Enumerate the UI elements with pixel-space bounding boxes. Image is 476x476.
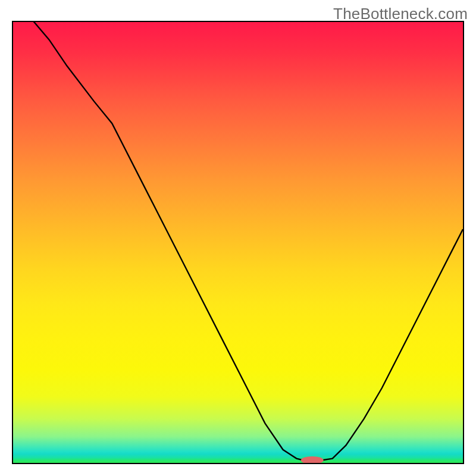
bottleneck-curve	[13, 22, 463, 461]
plot-area	[12, 21, 464, 464]
chart-container: TheBottleneck.com	[0, 0, 476, 476]
watermark-text: TheBottleneck.com	[333, 5, 468, 23]
optimal-marker	[301, 456, 324, 463]
chart-svg	[13, 22, 463, 463]
